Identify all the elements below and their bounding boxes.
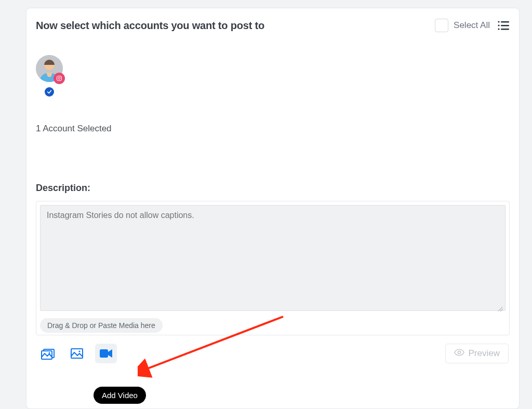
preview-button[interactable]: Preview	[445, 344, 509, 363]
selected-count: 1 Account Selected	[36, 124, 510, 134]
media-toolbar: Preview	[36, 344, 510, 363]
selected-check-icon	[45, 87, 54, 97]
svg-point-2	[498, 28, 499, 30]
svg-point-13	[49, 352, 50, 354]
svg-point-15	[78, 350, 80, 352]
account-item[interactable]	[36, 55, 63, 82]
svg-rect-4	[501, 25, 509, 26]
accounts-title: Now select which accounts you want to po…	[36, 20, 264, 32]
svg-point-9	[58, 77, 60, 79]
header-actions: Select All	[435, 19, 510, 32]
select-all-checkbox[interactable]	[435, 19, 448, 32]
add-image-button[interactable]	[66, 344, 88, 363]
description-box: Drag & Drop or Paste Media here	[36, 201, 510, 335]
svg-rect-5	[501, 29, 509, 30]
toolbar-left	[37, 344, 117, 363]
svg-point-1	[498, 24, 499, 26]
svg-point-0	[498, 21, 499, 22]
post-compose-card: Now select which accounts you want to po…	[26, 8, 520, 409]
svg-point-17	[458, 351, 460, 353]
accounts-header: Now select which accounts you want to po…	[36, 19, 510, 32]
instagram-badge-icon	[54, 73, 65, 84]
add-video-tooltip: Add Video	[94, 387, 146, 404]
svg-rect-3	[501, 21, 509, 22]
svg-point-10	[60, 77, 61, 77]
eye-icon	[454, 348, 464, 359]
add-gif-button[interactable]	[37, 344, 59, 363]
select-all-toggle[interactable]: Select All	[435, 19, 490, 32]
description-textarea[interactable]	[40, 205, 506, 311]
list-view-icon[interactable]	[497, 20, 510, 31]
svg-rect-8	[57, 76, 62, 81]
drag-drop-hint: Drag & Drop or Paste Media here	[40, 318, 163, 333]
svg-rect-16	[100, 349, 108, 358]
add-video-button[interactable]	[95, 344, 117, 363]
accounts-list	[36, 55, 510, 97]
select-all-label: Select All	[454, 20, 490, 31]
preview-label: Preview	[469, 348, 500, 359]
description-label: Description:	[36, 183, 510, 194]
